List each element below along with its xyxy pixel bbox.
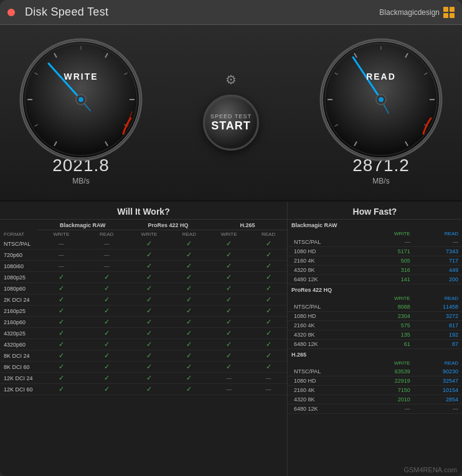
- read-value: 3272: [414, 312, 462, 321]
- settings-icon[interactable]: ⚙: [225, 72, 237, 87]
- format-label: 6480 12K: [288, 404, 365, 414]
- read-value: 7343: [414, 247, 462, 256]
- label-row: WRITEREAD: [288, 230, 462, 238]
- check-icon: ✓: [146, 374, 152, 381]
- codec-bmraw: Blackmagic RAW: [37, 220, 128, 230]
- codec-label: H.265: [288, 349, 462, 360]
- check-icon: ✓: [266, 251, 271, 258]
- format-label: NTSC/PAL: [288, 367, 365, 376]
- check-cell: ✓: [85, 306, 128, 317]
- check-icon: ✓: [59, 284, 64, 292]
- format-cell: NTSC/PAL: [0, 238, 37, 250]
- check-icon: ✓: [146, 352, 152, 359]
- check-icon: ✓: [186, 318, 192, 325]
- check-cell: ✓: [85, 317, 128, 328]
- format-label: 4320 8K: [288, 330, 365, 340]
- check-icon: ✓: [226, 284, 232, 292]
- check-icon: ✓: [226, 318, 232, 325]
- check-icon: ✓: [186, 385, 192, 393]
- prores-read-header: READ: [170, 230, 208, 239]
- read-value: 817: [414, 321, 462, 330]
- check-cell: ✓: [250, 328, 287, 339]
- check-icon: ✓: [266, 296, 271, 303]
- right-panel-header: How Fast?: [288, 202, 462, 220]
- write-col-header: WRITE: [365, 230, 414, 238]
- check-icon: ✓: [59, 296, 64, 303]
- check-icon: ✓: [146, 240, 152, 247]
- check-icon: ✓: [186, 329, 192, 337]
- check-icon: ✓: [146, 318, 152, 325]
- list-item: 1080 HD23043272: [288, 312, 462, 321]
- check-cell: —: [250, 384, 287, 395]
- check-cell: ✓: [208, 283, 250, 294]
- dash-icon: —: [104, 252, 110, 258]
- write-value: 316: [365, 266, 414, 275]
- write-value: 2010: [365, 395, 414, 404]
- right-panel: How Fast? Blackmagic RAWWRITEREADNTSC/PA…: [288, 202, 462, 476]
- check-icon: ✓: [186, 307, 192, 314]
- h265-write-header: WRITE: [208, 230, 250, 239]
- list-item: 6480 12K141200: [288, 275, 462, 284]
- check-cell: ✓: [208, 238, 250, 250]
- check-icon: ✓: [146, 273, 152, 281]
- check-icon: ✓: [186, 240, 192, 247]
- close-button[interactable]: [7, 9, 15, 16]
- list-item: 1080 HD51717343: [288, 247, 462, 256]
- format-label: 2160 4K: [288, 386, 365, 395]
- check-icon: ✓: [266, 273, 271, 281]
- check-cell: ✓: [250, 272, 287, 283]
- check-cell: ✓: [250, 339, 287, 350]
- write-col-header: WRITE: [365, 294, 414, 302]
- check-icon: ✓: [146, 251, 152, 258]
- check-cell: ✓: [250, 306, 287, 317]
- write-value: —: [365, 238, 414, 247]
- read-value: 192: [414, 330, 462, 340]
- svg-point-38: [379, 97, 384, 102]
- check-icon: ✓: [146, 307, 152, 314]
- check-icon: ✓: [266, 240, 271, 247]
- check-icon: ✓: [226, 352, 232, 359]
- check-cell: ✓: [37, 373, 85, 384]
- check-cell: ✓: [128, 328, 171, 339]
- check-cell: ✓: [170, 362, 208, 373]
- format-cell: 8K DCI 60: [0, 362, 37, 373]
- check-icon: ✓: [59, 340, 64, 348]
- read-value: 449: [414, 266, 462, 275]
- table-row: 1080i60——✓✓✓✓: [0, 261, 287, 272]
- check-cell: ✓: [170, 250, 208, 261]
- brand-icon: [443, 7, 455, 18]
- check-icon: ✓: [146, 284, 152, 292]
- check-icon: ✓: [266, 329, 271, 337]
- start-button-sublabel: SPEED TEST: [210, 113, 252, 119]
- check-icon: ✓: [104, 363, 110, 370]
- write-value: 575: [365, 321, 414, 330]
- check-cell: ✓: [85, 384, 128, 395]
- label-row: WRITEREAD: [288, 294, 462, 302]
- table-row: 4320p60✓✓✓✓✓✓: [0, 339, 287, 350]
- dash-icon: —: [59, 252, 64, 258]
- check-icon: ✓: [59, 374, 64, 381]
- format-label: 1080 HD: [288, 376, 365, 386]
- check-cell: ✓: [208, 350, 250, 362]
- check-cell: ✓: [128, 350, 171, 362]
- format-label: 4320 8K: [288, 266, 365, 275]
- check-cell: ✓: [37, 339, 85, 350]
- list-item: NTSC/PAL806811458: [288, 302, 462, 312]
- check-cell: ✓: [170, 283, 208, 294]
- check-cell: ✓: [250, 317, 287, 328]
- list-item: NTSC/PAL6353990230: [288, 367, 462, 376]
- check-cell: ✓: [37, 350, 85, 362]
- check-cell: ✓: [128, 384, 171, 395]
- check-cell: ✓: [208, 261, 250, 272]
- check-icon: ✓: [104, 340, 110, 348]
- check-cell: ✓: [37, 283, 85, 294]
- codec-header-row: Blackmagic RAW ProRes 422 HQ H.265: [0, 220, 287, 230]
- check-cell: ✓: [37, 317, 85, 328]
- table-row: 12K DCI 24✓✓✓✓——: [0, 373, 287, 384]
- check-cell: ✓: [208, 339, 250, 350]
- start-button[interactable]: SPEED TEST START: [203, 95, 259, 151]
- list-item: 2160 4K505717: [288, 256, 462, 266]
- bmraw-write-header: WRITE: [37, 230, 85, 239]
- check-icon: ✓: [146, 363, 152, 370]
- check-cell: ✓: [208, 317, 250, 328]
